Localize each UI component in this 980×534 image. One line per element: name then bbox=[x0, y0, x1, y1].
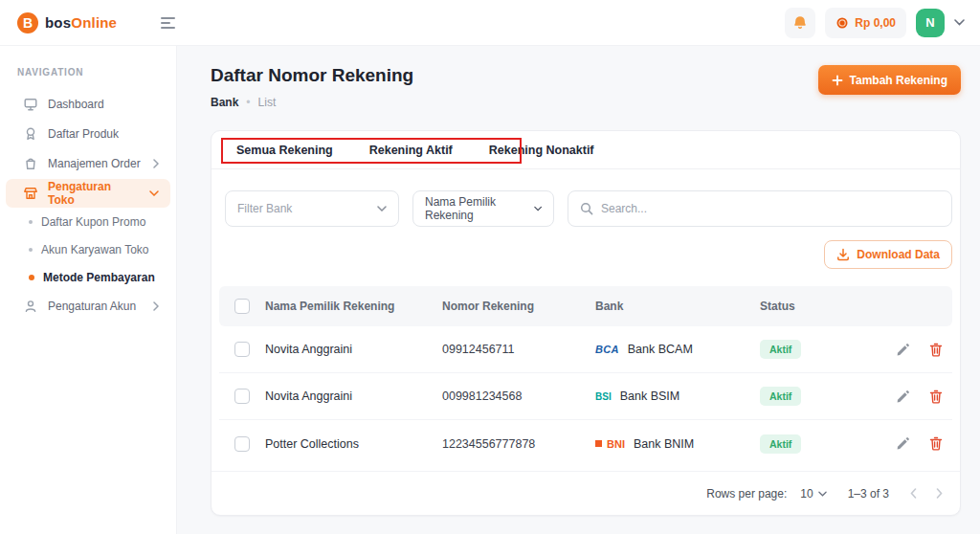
page-title: Daftar Nomor Rekening bbox=[211, 65, 413, 86]
topbar: B bosOnline Rp 0,00 N bbox=[0, 0, 980, 46]
download-data-button[interactable]: Download Data bbox=[824, 240, 952, 269]
edit-button[interactable] bbox=[896, 389, 910, 404]
number-cell: 009981234568 bbox=[442, 389, 595, 403]
table-row: Novita Anggraini 009981234568 BSI Bank B… bbox=[219, 373, 952, 420]
table-row: Potter Collections 12234556777878 BNI Ba… bbox=[219, 420, 952, 467]
sidebar-item-pengaturan-akun[interactable]: Pengaturan Akun bbox=[6, 292, 170, 321]
bell-icon bbox=[792, 15, 808, 31]
breadcrumb: Bank • List bbox=[211, 96, 413, 109]
number-cell: 09912456711 bbox=[442, 343, 595, 356]
sidebar-item-label: Pengaturan Toko bbox=[48, 180, 140, 207]
sidebar-item-daftar-produk[interactable]: Daftar Produk bbox=[6, 120, 170, 148]
profile-chevron-down-icon[interactable] bbox=[954, 19, 965, 26]
chevron-down-icon bbox=[377, 206, 387, 211]
topbar-right: Rp 0,00 N bbox=[785, 8, 980, 38]
trash-icon bbox=[929, 343, 943, 357]
bullet-icon bbox=[29, 248, 33, 252]
search-input[interactable] bbox=[601, 202, 940, 215]
sidebar-item-label: Pengaturan Akun bbox=[48, 300, 144, 313]
shopping-bag-icon bbox=[23, 156, 38, 171]
bank-name: Bank BCAM bbox=[628, 343, 693, 356]
column-header-owner: Nama Pemilik Rekening bbox=[265, 300, 442, 313]
bank-cell: BCA Bank BCAM bbox=[595, 343, 760, 356]
select-all-checkbox[interactable] bbox=[234, 299, 250, 314]
sidebar-item-akun-karyawan-toko[interactable]: Akun Karyawan Toko bbox=[6, 236, 170, 263]
status-badge: Aktif bbox=[760, 340, 801, 359]
balance-amount: Rp 0,00 bbox=[855, 16, 896, 30]
pencil-icon bbox=[896, 343, 910, 357]
owner-filter-select[interactable]: Nama Pemilik Rekening bbox=[412, 190, 554, 227]
breadcrumb-bank[interactable]: Bank bbox=[211, 96, 238, 109]
status-badge: Aktif bbox=[760, 387, 801, 406]
plus-icon bbox=[832, 75, 843, 86]
sidebar-item-daftar-kupon-promo[interactable]: Daftar Kupon Promo bbox=[6, 209, 170, 235]
owner-cell: Novita Anggraini bbox=[265, 389, 442, 403]
sidebar-item-metode-pembayaran[interactable]: Metode Pembayaran bbox=[6, 264, 170, 291]
search-icon bbox=[580, 202, 593, 215]
next-page-button[interactable] bbox=[936, 488, 943, 499]
column-header-status: Status bbox=[760, 300, 870, 313]
chevron-down-icon bbox=[534, 206, 542, 211]
breadcrumb-list: List bbox=[258, 96, 277, 109]
edit-button[interactable] bbox=[896, 343, 910, 357]
tab-semua-rekening[interactable]: Semua Rekening bbox=[236, 144, 333, 157]
rekening-table: Nama Pemilik Rekening Nomor Rekening Ban… bbox=[219, 286, 952, 467]
table-row: Novita Anggraini 09912456711 BCA Bank BC… bbox=[219, 326, 952, 373]
bank-cell: BNI Bank BNIM bbox=[595, 437, 760, 451]
trash-icon bbox=[929, 389, 943, 404]
sidebar-item-manajemen-order[interactable]: Manajemen Order bbox=[6, 149, 170, 178]
main-content: Daftar Nomor Rekening Bank • List Tambah… bbox=[177, 46, 980, 534]
sidebar-item-dashboard[interactable]: Dashboard bbox=[6, 90, 170, 119]
delete-button[interactable] bbox=[929, 389, 943, 404]
avatar[interactable]: N bbox=[916, 9, 945, 37]
rows-per-page-label: Rows per page: bbox=[706, 487, 787, 501]
status-badge: Aktif bbox=[760, 434, 801, 454]
sidebar-item-label: Daftar Produk bbox=[48, 127, 159, 141]
sidebar: NAVIGATION Dashboard Daftar Produk Manaj… bbox=[0, 46, 177, 534]
rows-per-page-select[interactable]: 10 bbox=[800, 487, 826, 501]
filter-bank-select[interactable]: Filter Bank bbox=[225, 190, 399, 227]
previous-page-button[interactable] bbox=[910, 488, 917, 499]
brand-logo: B bosOnline bbox=[0, 12, 161, 33]
delete-button[interactable] bbox=[929, 436, 943, 451]
sidebar-item-label: Manajemen Order bbox=[48, 157, 144, 170]
bank-bsi-logo: BSI bbox=[595, 391, 612, 402]
monitor-icon bbox=[23, 97, 38, 112]
bank-bca-logo: BCA bbox=[595, 344, 619, 355]
balance-pill[interactable]: Rp 0,00 bbox=[825, 8, 906, 38]
chevron-right-icon bbox=[936, 488, 943, 499]
edit-button[interactable] bbox=[896, 436, 910, 451]
row-checkbox[interactable] bbox=[234, 436, 250, 452]
bullet-icon bbox=[29, 275, 34, 280]
table-header-row: Nama Pemilik Rekening Nomor Rekening Ban… bbox=[219, 286, 952, 326]
trash-icon bbox=[929, 436, 943, 451]
row-checkbox[interactable] bbox=[234, 342, 250, 357]
download-row: Download Data bbox=[212, 227, 960, 275]
chevron-right-icon bbox=[153, 301, 159, 311]
bank-cell: BSI Bank BSIM bbox=[595, 389, 760, 403]
search-box bbox=[568, 190, 952, 227]
brand-icon: B bbox=[17, 12, 38, 33]
add-rekening-button[interactable]: Tambah Rekening bbox=[818, 65, 961, 95]
delete-button[interactable] bbox=[929, 343, 943, 357]
bullet-icon bbox=[29, 220, 33, 224]
hamburger-menu-icon[interactable] bbox=[161, 10, 188, 36]
tab-bar: Semua Rekening Rekening Aktif Rekening N… bbox=[212, 131, 960, 169]
tab-rekening-aktif[interactable]: Rekening Aktif bbox=[369, 144, 453, 157]
badge-icon bbox=[23, 126, 38, 142]
tab-rekening-nonaktif[interactable]: Rekening Nonaktif bbox=[489, 144, 594, 157]
sidebar-item-pengaturan-toko[interactable]: Pengaturan Toko bbox=[6, 179, 170, 208]
sidebar-item-label: Daftar Kupon Promo bbox=[41, 215, 145, 229]
chevron-down-icon bbox=[818, 491, 827, 497]
storefront-icon bbox=[23, 186, 38, 201]
number-cell: 12234556777878 bbox=[442, 437, 595, 451]
sidebar-item-label: Akun Karyawan Toko bbox=[41, 243, 149, 256]
pagination: Rows per page: 10 1–3 of 3 bbox=[212, 471, 960, 515]
notification-button[interactable] bbox=[785, 8, 815, 38]
sidebar-item-label: Dashboard bbox=[48, 98, 159, 111]
row-checkbox[interactable] bbox=[234, 389, 250, 404]
chevron-down-icon bbox=[149, 190, 159, 196]
brand-text: bosOnline bbox=[45, 14, 117, 31]
bank-name: Bank BNIM bbox=[634, 437, 694, 451]
filter-bank-placeholder: Filter Bank bbox=[237, 202, 292, 215]
